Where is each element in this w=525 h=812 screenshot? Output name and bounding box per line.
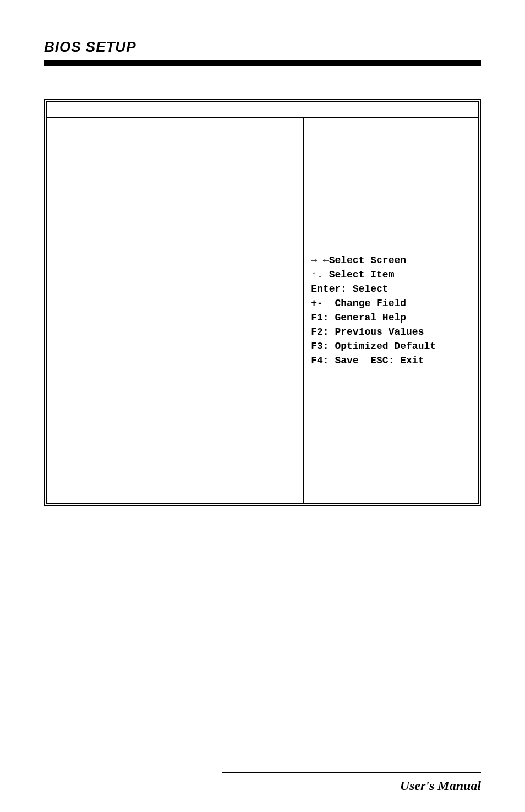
- footer-manual-label: User's Manual: [400, 778, 481, 793]
- help-select-screen: → ←Select Screen: [311, 253, 471, 268]
- bios-setup-frame: → ←Select Screen ↑↓ Select Item Enter: S…: [44, 99, 481, 506]
- help-f2-previous: F2: Previous Values: [311, 325, 471, 339]
- help-enter-select: Enter: Select: [311, 282, 471, 296]
- bios-left-pane: [47, 118, 304, 503]
- help-f4-save-exit: F4: Save ESC: Exit: [311, 353, 471, 368]
- help-select-item: ↑↓ Select Item: [311, 268, 471, 282]
- footer-rule: [222, 772, 481, 773]
- bios-help-pane: → ←Select Screen ↑↓ Select Item Enter: S…: [304, 118, 478, 503]
- bios-inner-split: → ←Select Screen ↑↓ Select Item Enter: S…: [47, 117, 478, 503]
- page-container: BIOS SETUP → ←Select Screen ↑↓ Select It…: [0, 0, 525, 812]
- section-title: BIOS SETUP: [44, 39, 481, 56]
- help-f3-optimized: F3: Optimized Default: [311, 339, 471, 353]
- header-divider-bar: [44, 60, 481, 66]
- help-f1-general: F1: General Help: [311, 310, 471, 325]
- help-change-field: +- Change Field: [311, 296, 471, 310]
